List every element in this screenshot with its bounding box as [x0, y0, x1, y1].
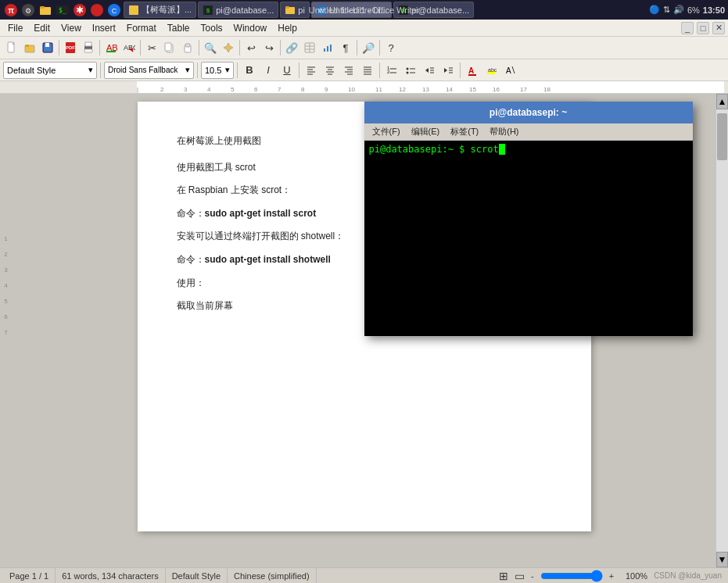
- menu-tools[interactable]: Tools: [196, 21, 228, 35]
- undo-button[interactable]: ↩: [242, 39, 260, 56]
- align-right-button[interactable]: [340, 62, 357, 79]
- svg-rect-43: [327, 46, 328, 52]
- save-button[interactable]: [39, 39, 56, 56]
- print-button[interactable]: [80, 39, 97, 56]
- menu-view[interactable]: View: [56, 21, 86, 35]
- unordered-list-button[interactable]: [402, 62, 419, 79]
- font-dropdown-arrow: ▾: [185, 65, 190, 75]
- terminal-menu-edit[interactable]: 编辑(E): [407, 124, 445, 139]
- taskbar-system-icon-2[interactable]: ⚙: [20, 2, 36, 18]
- svg-text:A: A: [468, 66, 474, 75]
- taskbar-system-icon-1[interactable]: π: [3, 2, 19, 18]
- svg-rect-30: [85, 42, 91, 46]
- menu-insert[interactable]: Insert: [88, 21, 120, 35]
- style-dropdown[interactable]: Default Style ▾: [3, 62, 97, 79]
- taskbar-terminal-icon[interactable]: $_: [55, 2, 70, 18]
- menu-edit[interactable]: Edit: [29, 21, 55, 35]
- menu-format[interactable]: Format: [122, 21, 161, 35]
- open-button[interactable]: [21, 39, 38, 56]
- terminal-menu-help[interactable]: 帮助(H): [485, 124, 523, 139]
- taskbar-browser-icon[interactable]: C: [106, 2, 122, 18]
- taskbar-folder-icon[interactable]: [38, 2, 53, 18]
- svg-text:abc: abc: [488, 67, 497, 73]
- taskbar-center-title: Untitled 1 - LibreOffice Writer: [309, 5, 419, 15]
- underline-button[interactable]: U: [278, 62, 296, 79]
- help-button[interactable]: ?: [382, 39, 400, 56]
- network-icon[interactable]: ⇅: [663, 5, 670, 15]
- zoom-in-icon[interactable]: +: [609, 571, 614, 581]
- svg-rect-31: [84, 49, 92, 52]
- autocorrect-button[interactable]: ABC: [120, 39, 138, 56]
- hyperlink-button[interactable]: 🔗: [283, 39, 300, 56]
- terminal-body: pi@databasepi:~ $ scrot: [364, 141, 693, 336]
- character-format-button[interactable]: A: [501, 62, 518, 79]
- terminal-titlebar[interactable]: pi@databasepi: ~: [364, 102, 693, 123]
- statusbar: Page 1 / 1 61 words, 134 characters Defa…: [0, 567, 728, 583]
- toolbar-separator-4: [199, 40, 199, 55]
- view-single-icon[interactable]: ▭: [515, 570, 525, 582]
- decrease-indent-button[interactable]: [421, 62, 438, 79]
- terminal-menu-tabs[interactable]: 标签(T): [446, 124, 483, 139]
- menu-help[interactable]: Help: [273, 21, 302, 35]
- view-layout-icon[interactable]: ⊞: [499, 570, 508, 582]
- menubar-items: File Edit View Insert Format Table Tools…: [3, 21, 302, 35]
- chart-button[interactable]: [319, 39, 336, 56]
- maximize-button[interactable]: □: [697, 22, 709, 34]
- zoom-out-icon[interactable]: -: [531, 571, 534, 581]
- menu-window[interactable]: Window: [229, 21, 272, 35]
- volume-icon[interactable]: 🔊: [673, 5, 684, 15]
- bold-button[interactable]: B: [241, 62, 258, 79]
- menu-table[interactable]: Table: [163, 21, 195, 35]
- new-button[interactable]: [3, 39, 20, 56]
- find-button[interactable]: 🔍: [202, 39, 219, 56]
- scroll-up-button[interactable]: ▲: [716, 94, 728, 109]
- pdf-button[interactable]: PDF: [62, 39, 79, 56]
- scroll-area[interactable]: 在树莓派上使用截图 使用截图工具 scrot 在 Raspbian 上安装 sc…: [12, 94, 716, 567]
- taskbar-btn-3[interactable]: pi: [280, 2, 310, 18]
- bluetooth-icon[interactable]: 🔵: [649, 5, 660, 15]
- zoom-slider[interactable]: [540, 570, 603, 582]
- font-dropdown[interactable]: Droid Sans Fallback ▾: [104, 62, 194, 79]
- doc-cmd-2: sudo apt-get install shotwell: [205, 254, 331, 265]
- left-margin: 1 2 3 4 5 6 7: [0, 94, 12, 567]
- align-center-button[interactable]: [321, 62, 339, 79]
- taskbar-btn-1[interactable]: 【树莓派】...: [124, 2, 196, 18]
- watermark: CSDN @kida_yuan: [654, 571, 722, 580]
- close-button[interactable]: ✕: [712, 22, 725, 34]
- battery-indicator: 6%: [687, 5, 700, 15]
- minimize-button[interactable]: _: [681, 22, 694, 34]
- terminal-menubar: 文件(F) 编辑(E) 标签(T) 帮助(H): [364, 123, 693, 141]
- doc-area: 1 2 3 4 5 6 7 在树莓派上使用截图 使用截图工具 scrot 在 R…: [0, 94, 728, 567]
- redo-button[interactable]: ↪: [260, 39, 278, 56]
- svg-rect-17: [285, 6, 289, 9]
- increase-indent-button[interactable]: [439, 62, 457, 79]
- size-dropdown[interactable]: 10.5 ▾: [201, 62, 234, 79]
- font-color-button[interactable]: A: [464, 62, 481, 79]
- taskbar-red-icon[interactable]: [89, 2, 105, 18]
- doc-cmd-1: sudo apt-get install scrot: [205, 208, 317, 219]
- paste-button[interactable]: [179, 39, 196, 56]
- format-toolbar: Default Style ▾ Droid Sans Fallback ▾ 10…: [0, 59, 728, 80]
- scroll-down-button[interactable]: ▼: [716, 552, 728, 567]
- spellcheck-button[interactable]: ABC: [102, 39, 120, 56]
- taskbar-btn-2[interactable]: $ pi@database...: [198, 2, 278, 18]
- zoom-button[interactable]: 🔎: [360, 39, 377, 56]
- italic-button[interactable]: I: [260, 62, 277, 79]
- scroll-track[interactable]: [716, 109, 728, 552]
- highlight-button[interactable]: abc: [482, 62, 500, 79]
- align-left-button[interactable]: [303, 62, 320, 79]
- table-button[interactable]: [301, 39, 318, 56]
- right-scrollbar[interactable]: ▲ ▼: [716, 94, 728, 567]
- scroll-thumb[interactable]: [717, 113, 727, 160]
- taskbar-asterisk-icon[interactable]: ✱: [72, 2, 88, 18]
- justify-button[interactable]: [359, 62, 376, 79]
- svg-rect-37: [185, 44, 190, 47]
- copy-button[interactable]: [161, 39, 178, 56]
- navigator-button[interactable]: [220, 39, 237, 56]
- format-separator-5: [379, 63, 380, 78]
- cut-button[interactable]: ✂: [143, 39, 160, 56]
- menu-file[interactable]: File: [3, 21, 27, 35]
- nonprinting-button[interactable]: ¶: [337, 39, 354, 56]
- terminal-menu-file[interactable]: 文件(F): [368, 124, 405, 139]
- ordered-list-button[interactable]: 1.2.: [383, 62, 400, 79]
